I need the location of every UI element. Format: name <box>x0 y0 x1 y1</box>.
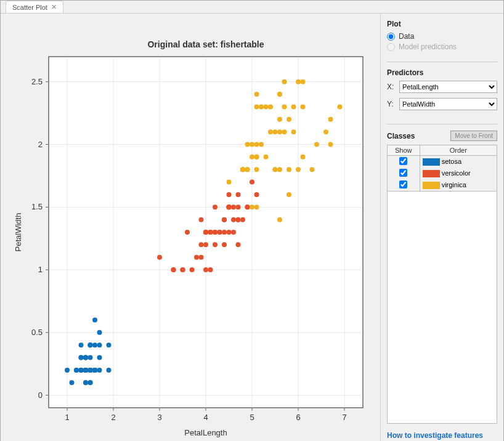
svg-point-150 <box>301 79 306 84</box>
class-row[interactable]: versicolor <box>388 168 497 179</box>
svg-point-102 <box>213 204 217 209</box>
classes-col-order: Order <box>420 145 497 156</box>
svg-point-152 <box>264 155 269 160</box>
svg-point-143 <box>291 129 296 134</box>
predictors-section-title: Predictors <box>387 68 497 77</box>
svg-text:1: 1 <box>65 413 69 422</box>
svg-point-57 <box>79 342 84 347</box>
svg-point-84 <box>92 318 97 323</box>
classes-table: Show Order setosa versicolor virginica <box>387 145 497 192</box>
svg-point-90 <box>83 368 88 373</box>
svg-point-86 <box>83 355 88 360</box>
side-panel: Plot Data Model predictions Predictors X… <box>380 14 503 441</box>
svg-point-137 <box>213 230 217 235</box>
svg-point-153 <box>273 129 278 134</box>
x-predictor-select[interactable]: SepalLengthSepalWidthPetalLengthPetalWid… <box>399 81 497 93</box>
svg-text:2: 2 <box>38 140 43 149</box>
svg-text:2.5: 2.5 <box>31 77 43 86</box>
svg-point-118 <box>250 180 254 185</box>
class-checkbox[interactable] <box>399 180 407 188</box>
svg-point-108 <box>208 267 213 272</box>
svg-point-87 <box>92 368 97 373</box>
svg-text:2: 2 <box>111 413 115 422</box>
svg-point-46 <box>97 342 102 347</box>
svg-point-104 <box>236 217 241 222</box>
svg-point-166 <box>296 167 301 172</box>
radio-model-predictions: Model predictions <box>387 42 497 51</box>
svg-point-130 <box>203 230 208 235</box>
y-predictor-select[interactable]: SepalLengthSepalWidthPetalLengthPetalWid… <box>399 98 497 110</box>
svg-point-189 <box>268 104 273 109</box>
svg-point-133 <box>203 242 208 247</box>
class-name: versicolor <box>442 169 471 177</box>
svg-point-105 <box>185 230 190 235</box>
svg-point-154 <box>250 142 254 147</box>
class-swatch <box>423 182 440 189</box>
svg-point-169 <box>277 129 282 134</box>
svg-point-180 <box>268 129 273 134</box>
svg-point-172 <box>314 142 319 147</box>
svg-point-120 <box>181 267 185 272</box>
svg-point-183 <box>254 155 259 160</box>
svg-point-148 <box>310 167 315 172</box>
svg-point-64 <box>97 330 102 335</box>
svg-point-65 <box>107 368 112 373</box>
y-label: Y: <box>387 100 396 108</box>
svg-point-113 <box>245 204 250 209</box>
move-to-front-button: Move to Front <box>450 131 497 141</box>
svg-point-73 <box>88 380 93 385</box>
svg-point-158 <box>328 117 333 122</box>
svg-point-54 <box>70 380 75 385</box>
svg-point-59 <box>97 355 102 360</box>
svg-text:1: 1 <box>38 265 43 274</box>
scatter-plot: 123456700.511.522.5Original data set: fi… <box>6 26 375 441</box>
svg-point-165 <box>282 129 287 134</box>
svg-point-60 <box>88 355 93 360</box>
svg-point-187 <box>250 155 254 160</box>
svg-text:3: 3 <box>157 413 161 422</box>
svg-point-188 <box>259 142 264 147</box>
svg-point-181 <box>277 92 282 97</box>
svg-point-116 <box>222 217 227 222</box>
close-icon[interactable]: ✕ <box>51 3 57 11</box>
svg-point-126 <box>227 192 232 197</box>
svg-point-159 <box>338 104 343 109</box>
class-checkbox[interactable] <box>399 169 407 177</box>
class-row[interactable]: setosa <box>388 156 497 168</box>
svg-point-114 <box>236 242 241 247</box>
class-name: virginica <box>442 181 466 188</box>
svg-point-95 <box>231 204 236 209</box>
svg-point-136 <box>213 242 217 247</box>
svg-point-174 <box>254 204 259 209</box>
svg-point-146 <box>323 129 328 134</box>
svg-point-61 <box>97 368 102 373</box>
svg-point-147 <box>227 180 232 185</box>
plot-section-title: Plot <box>387 20 497 28</box>
svg-point-179 <box>240 167 245 172</box>
investigate-features-link[interactable]: How to investigate features <box>387 424 497 441</box>
radio-data[interactable]: Data <box>387 32 497 41</box>
svg-point-82 <box>79 355 84 360</box>
svg-point-141 <box>296 79 301 84</box>
svg-point-117 <box>240 217 245 222</box>
tab-scatter-plot[interactable]: Scatter Plot ✕ <box>6 1 63 13</box>
svg-point-131 <box>222 242 227 247</box>
svg-point-76 <box>74 368 79 373</box>
svg-point-132 <box>231 217 236 222</box>
class-checkbox[interactable] <box>399 157 407 165</box>
svg-text:0.5: 0.5 <box>31 328 43 337</box>
tab-label: Scatter Plot <box>12 4 47 11</box>
class-row[interactable]: virginica <box>388 179 497 192</box>
svg-point-72 <box>88 342 93 347</box>
svg-point-121 <box>194 255 199 260</box>
svg-point-185 <box>282 79 287 84</box>
svg-point-67 <box>92 342 97 347</box>
svg-point-171 <box>301 155 306 160</box>
svg-point-138 <box>217 230 222 235</box>
svg-point-149 <box>287 167 291 172</box>
svg-text:Original data set: fishertable: Original data set: fishertable <box>147 39 264 49</box>
svg-point-125 <box>227 204 232 209</box>
class-swatch <box>423 170 440 177</box>
svg-point-97 <box>236 192 241 197</box>
radio-data-input[interactable] <box>387 33 395 41</box>
